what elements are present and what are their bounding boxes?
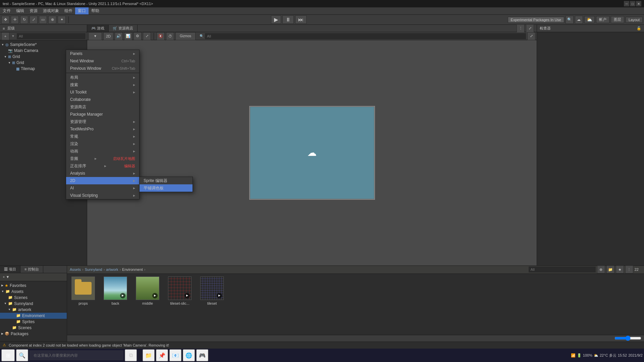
stats-button[interactable]: 📊 — [124, 32, 132, 40]
menu-regular[interactable]: 常规 ▶ — [66, 133, 139, 140]
asset-item-props[interactable]: props — [70, 277, 97, 332]
asset-item-tileset[interactable]: ▶ tileset — [199, 277, 225, 332]
rotate-tool-button[interactable]: ↻ — [20, 16, 28, 24]
taskbar-search-input[interactable] — [30, 350, 123, 360]
menu-search[interactable]: 搜索 ▶ — [66, 81, 139, 88]
hierarchy-search-input[interactable] — [17, 33, 86, 39]
gizmos-search-input[interactable] — [205, 33, 526, 39]
menu-layout[interactable]: 布局 ▶ — [66, 74, 139, 81]
experimental-packages-button[interactable]: Experimental Packages In Use — [508, 17, 564, 23]
menu-ui-toolkit[interactable]: UI Toolkit ▶ — [66, 88, 139, 96]
menu-component[interactable]: 组件 — [62, 7, 75, 14]
menu-file[interactable]: 文件 — [0, 7, 13, 14]
menu-prev-window[interactable]: Previous Window Ctrl+Shift+Tab — [66, 65, 139, 72]
asset-search-input[interactable] — [529, 266, 596, 273]
asset-filter-button[interactable]: ⊕ — [597, 265, 605, 274]
asset-item-middle[interactable]: ▶ middle — [134, 277, 161, 332]
hierarchy-add-button[interactable]: + — [1, 32, 9, 40]
asset-more-button[interactable]: ⋮ — [625, 265, 633, 274]
menu-package-manager[interactable]: Package Manager — [66, 111, 139, 118]
asset-star-button[interactable]: ★ — [616, 265, 624, 274]
tab-project[interactable]: ☰ 项目 — [0, 266, 20, 273]
collab-button[interactable]: ☁ — [575, 16, 583, 24]
tileset-play-overlay[interactable]: ▶ — [217, 293, 222, 298]
move-tool-button[interactable]: ✛ — [11, 16, 19, 24]
vsync-button[interactable]: ⏱ — [166, 32, 174, 40]
account-button[interactable]: 帐户 — [596, 16, 609, 23]
transform-tool-button[interactable]: ⊕ — [48, 16, 56, 24]
menu-next-window[interactable]: Next Window Ctrl+Tab — [66, 57, 139, 65]
fx-button[interactable]: ⚙ — [133, 32, 142, 40]
menu-render[interactable]: 渲染 ▶ — [66, 140, 139, 147]
folder-scenes2[interactable]: 📁 Scenes — [0, 325, 67, 331]
menu-collaborate[interactable]: Collaborate — [66, 96, 139, 103]
menu-asset-management[interactable]: 资源管理 ▶ — [66, 118, 139, 125]
menu-edit[interactable]: 编辑 — [13, 7, 27, 14]
folder-assets-root[interactable]: ▼ 📁 Assets — [0, 289, 67, 295]
folder-sunnyland[interactable]: ▼ 📁 Sunnyland — [0, 301, 67, 307]
taskbar-unity-button[interactable]: 🎮 — [196, 349, 208, 361]
gizmos-menu-button[interactable]: ⤢ — [527, 32, 535, 40]
pause-button[interactable]: ⏸ — [282, 15, 294, 24]
menu-window[interactable]: 窗口 — [75, 7, 89, 14]
taskbar-sticky-button[interactable]: 📌 — [156, 349, 168, 361]
back-play-overlay[interactable]: ▶ — [120, 293, 125, 298]
view-more-button[interactable]: ⋮ — [517, 24, 525, 33]
search-toolbar-button[interactable]: 🔍 — [566, 16, 574, 24]
taskbar-app3-button[interactable]: 📧 — [169, 349, 181, 361]
play-button[interactable]: ▶ — [271, 15, 281, 24]
view-maximize-button[interactable]: ⤢ — [526, 24, 534, 33]
middle-play-overlay[interactable]: ▶ — [152, 293, 158, 298]
tab-game[interactable]: 🎮 游戏 — [87, 25, 109, 32]
cloud-button[interactable]: ⛅ — [584, 16, 595, 23]
custom-tool-button[interactable]: ✦ — [58, 16, 66, 24]
menu-visual-scripting[interactable]: Visual Scripting ▶ — [66, 192, 139, 199]
menu-asset-store[interactable]: 资源商店 — [66, 103, 139, 111]
menu-gameobject[interactable]: 游戏对象 — [40, 7, 62, 14]
layout-button[interactable]: Layout — [626, 17, 643, 23]
folder-packages[interactable]: ▶ 📦 Packages — [0, 331, 67, 337]
maximize-game-button[interactable]: ⤢ — [143, 32, 151, 40]
zoom-slider[interactable] — [614, 336, 641, 341]
hierarchy-samplescene[interactable]: ▼ ◎ SampleScene* — [0, 42, 87, 48]
breadcrumb-sunnyland[interactable]: Sunnyland — [85, 267, 102, 272]
sound-button[interactable]: 🔊 — [115, 32, 123, 40]
folder-artwork[interactable]: ▼ 📁 artwork — [0, 307, 67, 313]
folder-scenes[interactable]: 📁 Scenes — [0, 295, 67, 301]
start-button[interactable]: ⊞ — [1, 349, 15, 361]
minimize-button[interactable]: ─ — [624, 1, 629, 6]
asset-item-tileset-slic[interactable]: ▶ tileset-slic... — [166, 277, 193, 332]
folder-sprites[interactable]: 📁 Sprites — [0, 319, 67, 325]
folder-favorites[interactable]: ▶ ★ Favorites — [0, 283, 67, 289]
menu-animation[interactable]: 动画 ▶ — [66, 147, 139, 155]
menu-help[interactable]: 帮助 — [89, 7, 102, 14]
menu-queued[interactable]: 正在排序 ▶ 编辑器 — [66, 162, 139, 170]
aspect-button[interactable]: ▼ — [89, 32, 102, 40]
taskbar-search-icon-button[interactable]: 🔍 — [16, 349, 28, 361]
taskbar-edge-button[interactable]: 🌐 — [183, 349, 195, 361]
inspector-lock-icon[interactable]: 🔓 — [637, 26, 641, 31]
hand-tool-button[interactable]: ✥ — [1, 16, 9, 24]
asset-folder-button[interactable]: 📁 — [606, 265, 614, 274]
menu-assets[interactable]: 资源 — [27, 7, 40, 14]
menu-panels[interactable]: Panels ▶ — [66, 50, 139, 57]
taskbar-explorer-button[interactable]: 📁 — [143, 349, 155, 361]
folder-environment[interactable]: 📁 Environment — [0, 313, 67, 319]
menu-analysis[interactable]: Analysis ▶ — [66, 170, 139, 177]
submenu-sprite-editor[interactable]: Sprite 编辑器 — [140, 177, 193, 184]
tab-console[interactable]: ≡ 控制台 — [20, 266, 43, 273]
add-asset-button[interactable]: + ▼ — [3, 275, 9, 279]
asset-item-back[interactable]: ▶ back — [102, 277, 129, 332]
menu-audio[interactable]: 音频 ▶ 启动瓦片地图 — [66, 155, 139, 162]
2d-button[interactable]: 2D — [103, 32, 113, 40]
breadcrumb-artwork[interactable]: artwork — [106, 267, 118, 272]
tab-asset-store[interactable]: 🛒 资源商店 — [109, 25, 138, 32]
layers-button[interactable]: 图层 — [611, 16, 624, 23]
step-button[interactable]: ⏭ — [295, 15, 307, 24]
tileset-slic-play-overlay[interactable]: ▶ — [184, 293, 190, 298]
rect-tool-button[interactable]: ▭ — [39, 16, 47, 24]
maximize-button[interactable]: □ — [630, 1, 635, 6]
close-button[interactable]: ✕ — [636, 1, 641, 6]
menu-ai[interactable]: AI ▶ — [66, 184, 139, 192]
submenu-tile-palette[interactable]: 平铺调色板 — [140, 184, 193, 192]
